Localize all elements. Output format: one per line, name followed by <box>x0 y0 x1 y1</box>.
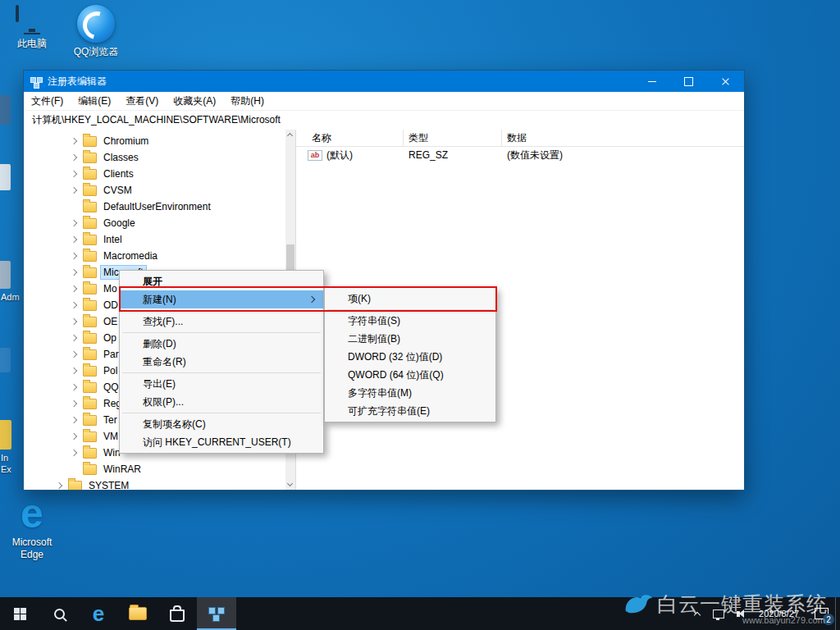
menu-item-permissions[interactable]: 权限(P)... <box>120 393 323 411</box>
tree-item-clients[interactable]: Clients <box>24 166 295 182</box>
chevron-right-icon[interactable] <box>71 433 77 440</box>
chevron-right-icon[interactable] <box>71 138 77 144</box>
scroll-down-icon[interactable] <box>287 481 293 486</box>
column-header-data[interactable]: 数据 <box>502 130 744 146</box>
tree-item-intel[interactable]: Intel <box>24 231 295 248</box>
chevron-right-icon[interactable] <box>71 187 77 194</box>
network-tray-button[interactable] <box>708 597 729 630</box>
tree-item-winrar[interactable]: WinRAR <box>24 461 295 477</box>
maximize-button[interactable] <box>670 71 707 92</box>
volume-tray-button[interactable] <box>729 597 751 630</box>
title-bar[interactable]: 注册表编辑器 <box>24 71 744 92</box>
chevron-right-icon[interactable] <box>71 351 77 358</box>
chevron-right-icon[interactable] <box>71 417 77 423</box>
menu-item-copy-key-name[interactable]: 复制项名称(C) <box>120 415 323 433</box>
menu-item-expand[interactable]: 展开 <box>120 272 323 290</box>
chevron-right-icon[interactable] <box>71 335 77 341</box>
value-name: (默认) <box>326 148 353 162</box>
new-submenu: 项(K)字符串值(S)二进制值(B)DWORD (32 位)值(D)QWORD … <box>324 287 496 422</box>
taskbar-edge-button[interactable] <box>79 597 118 630</box>
menu-item-expandable-string-value[interactable]: 可扩充字符串值(E) <box>325 402 495 420</box>
chevron-right-icon[interactable] <box>71 450 77 456</box>
partial-desktop-icon[interactable] <box>0 348 11 372</box>
show-desktop-button[interactable] <box>835 597 840 630</box>
tree-item-classes[interactable]: Classes <box>24 149 295 166</box>
menu-item-dword-32-value[interactable]: DWORD (32 位)值(D) <box>325 348 495 366</box>
partial-desktop-icon[interactable] <box>0 95 11 125</box>
menu-item-rename[interactable]: 重命名(R) <box>120 353 323 371</box>
registry-value-row[interactable]: ab(默认)REG_SZ(数值未设置) <box>296 148 744 162</box>
tree-item-label: Google <box>101 217 138 230</box>
menu-item-export[interactable]: 导出(E) <box>120 375 323 393</box>
menu-separator <box>122 310 321 311</box>
address-bar[interactable]: 计算机\HKEY_LOCAL_MACHINE\SOFTWARE\Microsof… <box>24 111 744 130</box>
desktop-icon-microsoft-edge[interactable]: Microsoft Edge <box>0 494 64 560</box>
chevron-right-icon[interactable] <box>71 285 77 292</box>
hidden-icons-button[interactable] <box>687 597 708 630</box>
window-title: 注册表编辑器 <box>48 75 107 89</box>
chevron-right-icon[interactable] <box>56 482 62 489</box>
menu-item-string-value[interactable]: 字符串值(S) <box>325 312 495 330</box>
tree-item-system[interactable]: SYSTEM <box>24 477 295 490</box>
qq-browser-icon <box>77 5 115 43</box>
taskbar-store-button[interactable] <box>158 597 197 630</box>
chevron-right-icon[interactable] <box>71 220 77 226</box>
desktop-icon-this-pc[interactable]: 此电脑 <box>0 7 64 49</box>
menu-view[interactable]: 查看(V) <box>118 92 166 110</box>
menu-item-multi-string-value[interactable]: 多字符串值(M) <box>325 384 495 402</box>
chevron-right-icon[interactable] <box>71 302 77 308</box>
menu-item-new[interactable]: 新建(N) <box>120 290 323 308</box>
chevron-right-icon[interactable] <box>71 171 77 177</box>
chevron-right-icon[interactable] <box>71 368 77 374</box>
desktop-icon-qq-browser[interactable]: QQ浏览器 <box>64 5 128 57</box>
start-button[interactable] <box>0 597 39 630</box>
scroll-up-icon[interactable] <box>287 133 293 139</box>
chevron-right-icon[interactable] <box>71 269 77 276</box>
menu-help[interactable]: 帮助(H) <box>223 92 272 110</box>
folder-icon <box>83 349 97 360</box>
chevron-right-icon[interactable] <box>71 400 77 407</box>
chevron-right-icon[interactable] <box>71 236 77 243</box>
menu-separator <box>327 309 493 310</box>
menu-item-binary-value[interactable]: 二进制值(B) <box>325 330 495 348</box>
folder-icon <box>83 382 97 393</box>
chevron-right-icon[interactable] <box>71 318 77 325</box>
menu-item-label: DWORD (32 位)值(D) <box>348 350 442 364</box>
menu-item-go-to-hkey-current-user[interactable]: 访问 HKEY_CURRENT_USER(T) <box>120 433 323 451</box>
tree-item-cvsm[interactable]: CVSM <box>24 182 295 199</box>
chevron-right-icon[interactable] <box>71 154 77 161</box>
menu-item-key[interactable]: 项(K) <box>325 290 495 308</box>
tree-item-google[interactable]: Google <box>24 215 295 231</box>
chevron-up-icon <box>694 611 701 618</box>
menu-item-label: 复制项名称(C) <box>143 418 206 431</box>
menu-item-find[interactable]: 查找(F)... <box>120 313 323 331</box>
action-center-button[interactable]: 2 <box>807 597 835 630</box>
search-button[interactable] <box>39 597 79 630</box>
tree-item-label: DefaultUserEnvironment <box>101 200 213 213</box>
tree-item-label: Intel <box>101 233 125 246</box>
menu-item-delete[interactable]: 删除(D) <box>120 335 323 353</box>
partial-desktop-icon[interactable] <box>0 164 11 190</box>
menu-file[interactable]: 文件(F) <box>24 92 71 110</box>
taskbar-file-explorer-button[interactable] <box>118 597 158 630</box>
close-button[interactable] <box>707 71 744 92</box>
regedit-window-icon <box>30 75 43 88</box>
taskbar-clock[interactable]: 2020/8/27 <box>751 597 807 630</box>
folder-icon <box>83 366 97 377</box>
folder-icon <box>83 464 97 475</box>
tree-item-macromedia[interactable]: Macromedia <box>24 248 295 264</box>
menu-item-qword-64-value[interactable]: QWORD (64 位)值(Q) <box>325 366 495 384</box>
taskbar-registry-editor-button[interactable] <box>197 597 236 630</box>
menu-edit[interactable]: 编辑(E) <box>71 92 118 110</box>
partial-desktop-icon[interactable] <box>0 420 11 450</box>
tree-item-chromium[interactable]: Chromium <box>24 133 295 149</box>
minimize-button[interactable] <box>633 71 670 92</box>
partial-desktop-icon[interactable] <box>0 261 11 289</box>
menu-favorites[interactable]: 收藏夹(A) <box>166 92 223 110</box>
chevron-right-icon[interactable] <box>71 253 77 259</box>
tree-item-defaultuserenvironment[interactable]: DefaultUserEnvironment <box>24 199 295 215</box>
chevron-right-icon[interactable] <box>71 384 77 390</box>
system-tray: 2020/8/27 2 <box>687 597 840 630</box>
column-header-name[interactable]: 名称 <box>296 130 404 146</box>
column-header-type[interactable]: 类型 <box>404 130 502 146</box>
